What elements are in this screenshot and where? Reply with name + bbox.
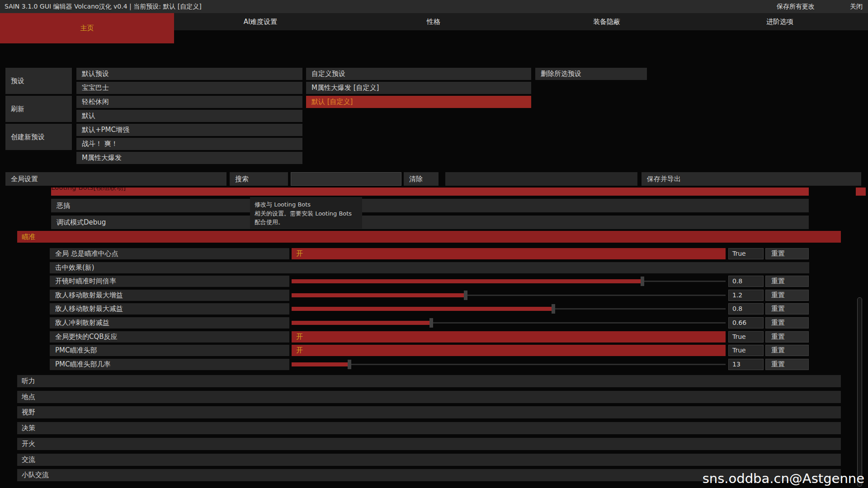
aim-value-3[interactable]: 1.2 bbox=[728, 290, 764, 301]
slider-fill bbox=[292, 279, 642, 283]
settings-row-1[interactable]: 调试模式Debug bbox=[51, 216, 809, 229]
delete-preset-button[interactable]: 删除所选预设 bbox=[535, 68, 647, 80]
aim-reset-button-3[interactable]: 重置 bbox=[765, 290, 809, 301]
aim-reset-button-4[interactable]: 重置 bbox=[765, 303, 809, 314]
section-header-0[interactable]: 听力 bbox=[17, 375, 841, 387]
section-header-aim[interactable]: 瞄准 bbox=[17, 231, 841, 243]
slider-thumb[interactable] bbox=[552, 304, 555, 314]
aim-reset-button-7[interactable]: 重置 bbox=[765, 345, 809, 356]
slider-thumb[interactable] bbox=[464, 291, 467, 300]
aim-reset-button-5[interactable]: 重置 bbox=[765, 317, 809, 328]
tab-2[interactable]: 装备隐蔽 bbox=[593, 13, 620, 30]
preset-item-custom-2[interactable]: 默认 [自定义] bbox=[306, 96, 531, 108]
settings-row-0[interactable]: 恶搞 bbox=[51, 199, 809, 212]
aim-toggle-0[interactable]: 开 bbox=[292, 248, 726, 259]
scrollbar-red-fragment bbox=[856, 188, 866, 196]
toolbar-blank-box bbox=[445, 172, 637, 186]
aim-slider-2[interactable] bbox=[292, 276, 726, 287]
section-header-4[interactable]: 开火 bbox=[17, 438, 841, 450]
aim-slider-5[interactable] bbox=[292, 317, 726, 328]
aim-slider-4[interactable] bbox=[292, 303, 726, 314]
aim-value-5[interactable]: 0.66 bbox=[728, 317, 764, 328]
aim-value-7[interactable]: True bbox=[728, 345, 764, 356]
slider-thumb[interactable] bbox=[348, 360, 351, 369]
app-window: SAIN 3.1.0 GUI 编辑器 Volcano汉化 v0.4 | 当前预设… bbox=[0, 0, 868, 488]
slider-thumb[interactable] bbox=[641, 277, 644, 286]
presets-button[interactable]: 预设 bbox=[5, 68, 72, 94]
section-header-looting-bots[interactable]: Looting Bots[模组联动] bbox=[51, 188, 809, 196]
preset-item-default-3[interactable]: 默认 bbox=[76, 110, 302, 122]
aim-row-label-4: 敌人移动散射最大减益 bbox=[50, 303, 289, 314]
close-button[interactable]: 关闭 bbox=[850, 0, 863, 13]
tab-3[interactable]: 进阶选项 bbox=[766, 13, 793, 30]
save-all-button[interactable]: 保存所有更改 bbox=[777, 0, 815, 13]
aim-value-6[interactable]: True bbox=[728, 331, 764, 343]
slider-track bbox=[553, 308, 726, 310]
slider-thumb[interactable] bbox=[429, 318, 433, 328]
tab-1[interactable]: 性格 bbox=[427, 13, 440, 30]
aim-value-8[interactable]: 13 bbox=[728, 359, 764, 370]
section-header-2[interactable]: 视野 bbox=[17, 406, 841, 418]
aim-row-label-5: 敌人冲刺散射减益 bbox=[50, 317, 289, 328]
preset-item-default-0[interactable]: 默认预设 bbox=[76, 68, 302, 80]
tooltip-line: 相关的设置。需要安装 Looting Bots bbox=[255, 209, 358, 218]
aim-reset-button-2[interactable]: 重置 bbox=[765, 276, 809, 287]
aim-value-2[interactable]: 0.8 bbox=[728, 276, 764, 287]
slider-track bbox=[642, 281, 726, 282]
aim-row-label-6: 全局更快的CQB反应 bbox=[50, 331, 289, 343]
slider-fill bbox=[292, 293, 466, 297]
slider-fill bbox=[292, 307, 553, 311]
slider-track bbox=[466, 295, 726, 296]
slider-track bbox=[431, 322, 726, 324]
aim-reset-button-8[interactable]: 重置 bbox=[765, 359, 809, 370]
tooltip-line: 配合使用。 bbox=[255, 218, 358, 227]
preset-item-custom-1[interactable]: M属性大爆发 [自定义] bbox=[306, 82, 531, 94]
preset-item-default-2[interactable]: 轻松休闲 bbox=[76, 96, 302, 108]
preset-item-default-4[interactable]: 默认+PMC增强 bbox=[76, 124, 302, 136]
tab-home[interactable]: 主页 bbox=[0, 13, 174, 43]
aim-reset-button-6[interactable]: 重置 bbox=[765, 331, 809, 343]
preset-item-default-1[interactable]: 宝宝巴士 bbox=[76, 82, 302, 94]
aim-slider-3[interactable] bbox=[292, 290, 726, 301]
section-header-5[interactable]: 交流 bbox=[17, 454, 841, 466]
preset-item-default-5[interactable]: 战斗！ 爽！ bbox=[76, 138, 302, 150]
aim-subheader-1[interactable]: 击中效果(新) bbox=[50, 262, 809, 273]
slider-fill bbox=[292, 362, 349, 366]
aim-toggle-6[interactable]: 开 bbox=[292, 331, 726, 343]
aim-toggle-7[interactable]: 开 bbox=[292, 345, 726, 356]
watermark: sns.oddba.cn@Astgenne bbox=[703, 471, 864, 486]
tab-0[interactable]: AI难度设置 bbox=[244, 13, 278, 30]
app-title: SAIN 3.1.0 GUI 编辑器 Volcano汉化 v0.4 | 当前预设… bbox=[5, 0, 202, 13]
vertical-scrollbar[interactable] bbox=[857, 297, 862, 487]
aim-row-label-7: PMC瞄准头部 bbox=[50, 345, 289, 356]
search-input[interactable] bbox=[291, 172, 401, 186]
aim-row-label-2: 开镜时瞄准时间倍率 bbox=[50, 276, 289, 287]
aim-reset-button-0[interactable]: 重置 bbox=[765, 248, 809, 259]
slider-fill bbox=[292, 321, 431, 325]
preset-item-custom-0[interactable]: 自定义预设 bbox=[306, 68, 531, 80]
global-settings-button[interactable]: 全局设置 bbox=[5, 172, 226, 186]
tooltip-line: 修改与 Looting Bots bbox=[255, 200, 358, 209]
aim-row-label-3: 敌人移动散射最大增益 bbox=[50, 290, 289, 301]
aim-value-4[interactable]: 0.8 bbox=[728, 303, 764, 314]
title-bar: SAIN 3.1.0 GUI 编辑器 Volcano汉化 v0.4 | 当前预设… bbox=[0, 0, 868, 13]
aim-row-label-0: 全局 总是瞄准中心点 bbox=[50, 248, 289, 259]
aim-slider-8[interactable] bbox=[292, 359, 726, 370]
section-header-looting-bots-label: Looting Bots[模组联动] bbox=[51, 188, 809, 192]
clear-search-button[interactable]: 清除 bbox=[404, 172, 439, 186]
search-label: 搜索 bbox=[230, 172, 288, 186]
tooltip: 修改与 Looting Bots 相关的设置。需要安装 Looting Bots… bbox=[250, 197, 362, 229]
aim-value-0[interactable]: True bbox=[728, 248, 764, 259]
slider-track bbox=[349, 364, 726, 365]
aim-row-label-8: PMC瞄准头部几率 bbox=[50, 359, 289, 370]
refresh-button[interactable]: 刷新 bbox=[5, 96, 72, 122]
section-header-1[interactable]: 地点 bbox=[17, 391, 841, 403]
preset-item-default-6[interactable]: M属性大爆发 bbox=[76, 152, 302, 164]
create-new-preset-button[interactable]: 创建新预设 bbox=[5, 124, 72, 150]
section-header-3[interactable]: 决策 bbox=[17, 422, 841, 434]
save-export-button[interactable]: 保存并导出 bbox=[642, 172, 861, 186]
